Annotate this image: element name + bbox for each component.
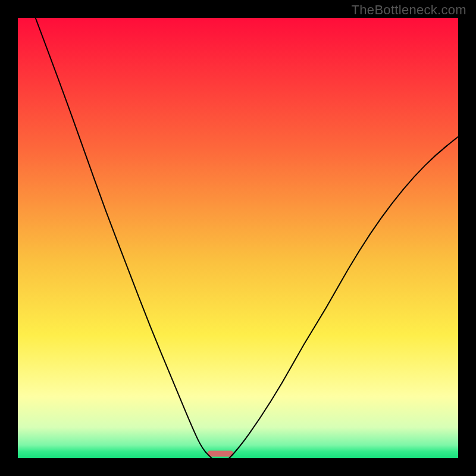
plot-area [18,18,458,458]
chart-outer-frame: TheBottleneck.com [0,0,476,476]
watermark-text: TheBottleneck.com [352,2,466,18]
bottleneck-curve-canvas [18,18,458,458]
